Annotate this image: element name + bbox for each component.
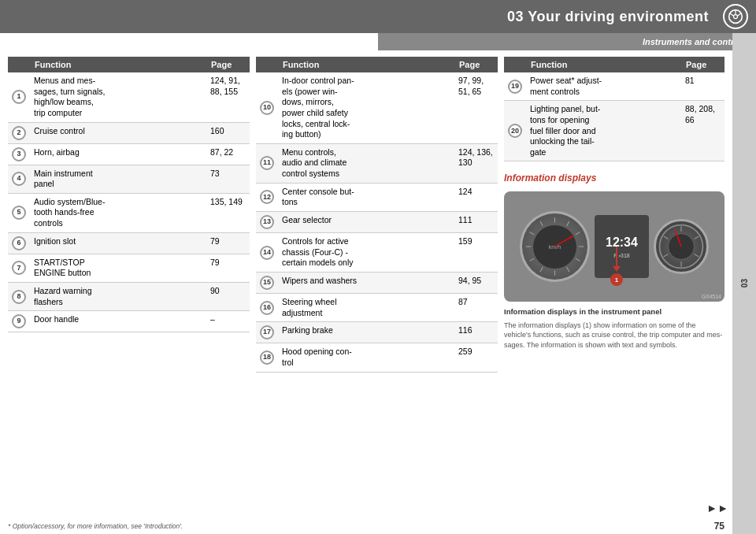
row-function: Main instrumentpanel: [30, 165, 206, 193]
row-number: 2: [12, 126, 26, 140]
instrument-panel-image: km/h: [504, 191, 724, 302]
row-page: 81: [681, 72, 724, 101]
row-number: 19: [508, 80, 522, 94]
row-number: 12: [260, 190, 274, 204]
row-number-cell: 11: [256, 143, 278, 183]
gauge-container: km/h: [520, 203, 709, 290]
row-number: 6: [12, 236, 26, 250]
row-page: 79: [206, 232, 250, 254]
row-number-cell: 6: [8, 232, 30, 254]
row-number-cell: 8: [8, 283, 30, 311]
row-number-cell: 12: [256, 183, 278, 211]
row-page: 90: [206, 283, 250, 311]
table1-col-num: [8, 57, 30, 72]
table2-col-num: [256, 57, 278, 72]
table-row: 17Parking brake116: [256, 322, 498, 343]
row-page: 124, 136,130: [454, 143, 498, 183]
row-page: 124, 91,88, 155: [206, 72, 250, 122]
row-function: Menus and mes-sages, turn signals,high/l…: [30, 72, 206, 122]
table-row: 10In-door control pan-els (power win-dow…: [256, 72, 498, 143]
row-number-cell: 19: [504, 72, 526, 101]
row-page: 73: [206, 165, 250, 193]
row-function: Wipers and washers: [278, 272, 454, 293]
table1-col-function: Function: [30, 57, 206, 72]
row-number: 15: [260, 276, 274, 290]
svg-line-6: [567, 222, 569, 227]
table2-col-page: Page: [454, 57, 498, 72]
row-page: 160: [206, 122, 250, 143]
row-number: 18: [260, 350, 274, 365]
row-function: Menu controls,audio and climatecontrol s…: [278, 143, 454, 183]
table-row: 2Cruise control160: [8, 122, 250, 143]
right-section: Function Page 19Power seat* adjust-ment …: [504, 57, 724, 512]
table-row: 19Power seat* adjust-ment controls81: [504, 72, 724, 101]
page-number: 75: [714, 521, 724, 532]
caption-text: The information displays (1) show inform…: [504, 321, 724, 350]
row-number: 5: [12, 206, 26, 220]
table3-col-page: Page: [681, 57, 724, 72]
table-row: 12Center console but-tons124: [256, 183, 498, 211]
table-row: 15Wipers and washers94, 95: [256, 272, 498, 293]
table-row: 8Hazard warningflashers90: [8, 283, 250, 311]
row-number: 20: [508, 124, 522, 138]
row-page: 135, 149: [206, 193, 250, 232]
row-function: Steering wheeladjustment: [278, 293, 454, 321]
callout-arrow: 1: [610, 247, 623, 286]
row-page: 124: [454, 183, 498, 211]
svg-line-7: [576, 232, 580, 235]
row-number: 1: [12, 90, 26, 104]
table-row: 20Lighting panel, but-tons for openingfu…: [504, 101, 724, 161]
table3: Function Page 19Power seat* adjust-ment …: [504, 57, 724, 161]
page-header: 03 Your driving environment: [0, 0, 756, 33]
row-number: 7: [12, 261, 26, 275]
row-number-cell: 20: [504, 101, 526, 161]
table1-section: Function Page 1Menus and mes-sages, turn…: [8, 57, 250, 512]
caption-title: Information displays in the instrument p…: [504, 306, 724, 317]
row-number-cell: 13: [256, 212, 278, 233]
svg-line-17: [554, 236, 573, 247]
next-page-arrow[interactable]: ►►: [706, 502, 728, 514]
row-function: Lighting panel, but-tons for openingfuel…: [526, 101, 681, 161]
svg-point-1: [734, 15, 738, 19]
info-displays-header: Information displays: [504, 172, 724, 184]
row-function: Audio system/Blue-tooth hands-freecontro…: [30, 193, 206, 232]
row-number-cell: 18: [256, 343, 278, 372]
row-number-cell: 1: [8, 72, 30, 122]
row-function: Cruise control: [30, 122, 206, 143]
row-function: Center console but-tons: [278, 183, 454, 211]
table-row: 6Ignition slot79: [8, 232, 250, 254]
table2: Function Page 10In-door control pan-els …: [256, 57, 498, 373]
row-page: –: [206, 311, 250, 332]
table-row: 18Hood opening con-trol259: [256, 343, 498, 372]
row-function: In-door control pan-els (power win-dows,…: [278, 72, 454, 143]
row-function: Ignition slot: [30, 232, 206, 254]
row-number: 16: [260, 301, 274, 315]
row-page: 116: [454, 322, 498, 343]
row-function: START/STOPENGINE button: [30, 254, 206, 282]
footer-note: * Option/accessory, for more information…: [8, 522, 183, 530]
svg-line-24: [664, 254, 669, 257]
row-number-cell: 17: [256, 322, 278, 343]
svg-line-13: [530, 259, 535, 261]
subtitle-text: Instruments and controls: [643, 37, 747, 46]
row-function: Parking brake: [278, 322, 454, 343]
row-number-cell: 15: [256, 272, 278, 293]
row-number-cell: 9: [8, 311, 30, 332]
row-function: Gear selector: [278, 212, 454, 233]
row-page: 87: [454, 293, 498, 321]
table-row: 7START/STOPENGINE button79: [8, 254, 250, 282]
row-function: Hood opening con-trol: [278, 343, 454, 372]
page-title: 03 Your driving environment: [507, 9, 709, 25]
row-number: 3: [12, 147, 26, 161]
row-number-cell: 5: [8, 193, 30, 232]
row-page: 88, 208,66: [681, 101, 724, 161]
svg-line-16: [540, 222, 543, 227]
row-number-cell: 2: [8, 122, 30, 143]
svg-line-3: [730, 13, 734, 16]
row-page: 79: [206, 254, 250, 282]
table1: Function Page 1Menus and mes-sages, turn…: [8, 57, 250, 332]
table3-col-function: Function: [526, 57, 681, 72]
svg-line-22: [695, 254, 699, 257]
row-page: 97, 99,51, 65: [454, 72, 498, 143]
row-number: 14: [260, 246, 274, 260]
